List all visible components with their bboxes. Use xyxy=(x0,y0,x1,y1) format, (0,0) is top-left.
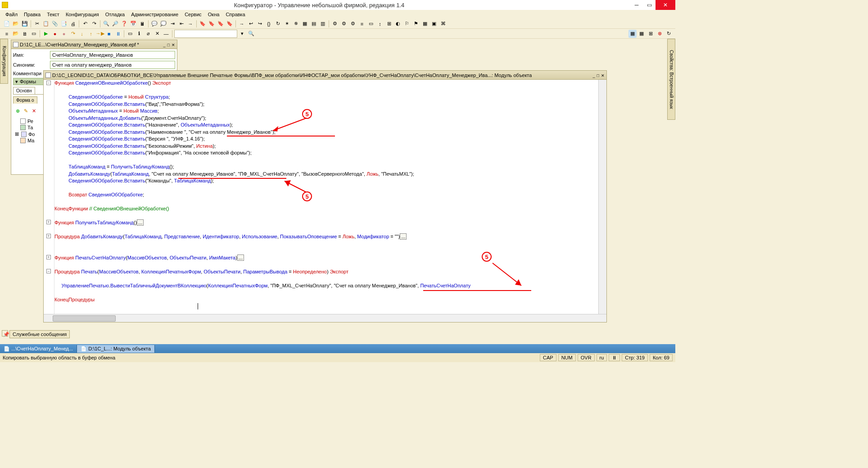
service-messages-button[interactable]: Служебные сообщения xyxy=(9,330,70,338)
menu-edit[interactable]: Правка xyxy=(21,11,43,18)
misc6-icon[interactable]: ⌘ xyxy=(439,20,447,28)
dbg-win-icon[interactable]: ▭ xyxy=(30,30,38,38)
syntax-assist-icon[interactable]: ✵ xyxy=(292,20,300,28)
menu-service[interactable]: Сервис xyxy=(182,11,204,18)
code-titlebar[interactable]: D:\1C_LEONID\1C_DATA\ОБРАБОТКИ_ВСЕ\Управ… xyxy=(44,71,606,80)
paste-icon[interactable]: 📎 xyxy=(51,20,59,28)
calc-icon[interactable]: 🖩 xyxy=(138,20,146,28)
fold-icon[interactable]: − xyxy=(46,269,51,273)
syntax-check-icon[interactable]: ✶ xyxy=(283,20,291,28)
prop-minimize-icon[interactable]: _ xyxy=(163,43,166,47)
group-icon[interactable]: ⊞ xyxy=(385,20,393,28)
search-input[interactable] xyxy=(174,30,237,38)
sort-icon[interactable]: ↕ xyxy=(376,20,384,28)
dbg-btn5-icon[interactable]: — xyxy=(162,30,170,38)
code-gutter[interactable]: − + + + − xyxy=(44,80,54,314)
search-icon[interactable]: 🔍 xyxy=(102,20,110,28)
help-icon[interactable]: ❓ xyxy=(120,20,128,28)
menu-help[interactable]: Справка xyxy=(223,11,248,18)
misc5-icon[interactable]: ▣ xyxy=(430,20,438,28)
bookmark-clear-icon[interactable]: 🔖 xyxy=(226,20,234,28)
dbg-btn2-icon[interactable]: ℹ xyxy=(135,30,143,38)
zoom-icon[interactable]: 🔎 xyxy=(111,20,119,28)
add-icon[interactable]: ⊕ xyxy=(14,107,21,114)
menu-text[interactable]: Текст xyxy=(44,11,62,18)
tab-form-object[interactable]: Форма о xyxy=(13,96,37,104)
tbr4-icon[interactable]: ⊗ xyxy=(656,30,664,38)
step-out-icon[interactable]: ↑ xyxy=(87,30,95,38)
name-input[interactable] xyxy=(50,51,175,59)
menu-windows[interactable]: Окна xyxy=(205,11,222,18)
menu-debug[interactable]: Отладка xyxy=(103,11,127,18)
bookmark-prev-icon[interactable]: 🔖 xyxy=(217,20,225,28)
refresh-icon[interactable]: ↻ xyxy=(274,20,282,28)
tbr2-icon[interactable]: ▦ xyxy=(637,30,646,38)
misc3-icon[interactable]: ⚑ xyxy=(412,20,420,28)
properties-titlebar[interactable]: D:\1С_LE...\СчетНаОплату_Менеджер_Иванов… xyxy=(11,40,177,49)
fold-icon[interactable]: + xyxy=(46,255,51,259)
step-over-icon[interactable]: ↷ xyxy=(69,30,77,38)
brace-icon[interactable]: {} xyxy=(265,20,273,28)
module-icon[interactable]: ▥ xyxy=(319,20,327,28)
dbg-btn3-icon[interactable]: ⌀ xyxy=(144,30,152,38)
search-go-icon[interactable]: 🔍 xyxy=(247,30,255,38)
print-icon[interactable]: 🖨 xyxy=(69,20,77,28)
pin-icon[interactable]: 📌 xyxy=(2,330,8,336)
edit-icon[interactable]: ✎ xyxy=(22,107,29,114)
indent2-icon[interactable]: → xyxy=(186,20,194,28)
prop-close-icon[interactable]: ✕ xyxy=(172,43,175,47)
open-icon[interactable]: 📂 xyxy=(12,20,20,28)
debug-config3-icon[interactable]: ⚙ xyxy=(349,20,357,28)
bookmark-next-icon[interactable]: 🔖 xyxy=(208,20,216,28)
pause-icon[interactable]: ⏸ xyxy=(114,30,122,38)
save-icon[interactable]: 💾 xyxy=(21,20,29,28)
goto-icon[interactable]: → xyxy=(238,20,246,28)
dbg-open-icon[interactable]: 📂 xyxy=(12,30,20,38)
fold-icon[interactable]: + xyxy=(46,220,51,224)
horizontal-scrollbar[interactable] xyxy=(44,314,606,322)
new-icon[interactable]: 📄 xyxy=(3,20,11,28)
code-maximize-icon[interactable]: □ xyxy=(597,73,599,78)
run-icon[interactable]: ▶ xyxy=(42,30,50,38)
copy-icon[interactable]: 📋 xyxy=(42,20,50,28)
prop-maximize-icon[interactable]: □ xyxy=(167,43,170,47)
misc2-icon[interactable]: ⚐ xyxy=(403,20,411,28)
vars-icon[interactable]: ▭ xyxy=(367,20,375,28)
misc4-icon[interactable]: ▦ xyxy=(421,20,429,28)
breakpoint-icon[interactable]: ● xyxy=(51,30,59,38)
misc-icon[interactable]: ◐ xyxy=(394,20,402,28)
delete-icon[interactable]: ✕ xyxy=(30,107,37,114)
menu-file[interactable]: Файл xyxy=(3,11,20,18)
outdent-icon[interactable]: ⇤ xyxy=(177,20,185,28)
tbr3-icon[interactable]: ⊞ xyxy=(646,30,655,38)
cut-icon[interactable]: ✂ xyxy=(33,20,41,28)
tbr1-icon[interactable]: ▦ xyxy=(628,30,637,38)
forward-icon[interactable]: ↪ xyxy=(256,20,264,28)
breakpoint2-icon[interactable]: ● xyxy=(60,30,68,38)
debug-config2-icon[interactable]: ⚙ xyxy=(340,20,348,28)
tbr5-icon[interactable]: ↻ xyxy=(665,30,673,38)
debug-config-icon[interactable]: ⚙ xyxy=(331,20,339,28)
redo-icon[interactable]: ↷ xyxy=(90,20,98,28)
stop-icon[interactable]: ■ xyxy=(105,30,113,38)
maximize-button[interactable]: ▭ xyxy=(643,0,656,10)
format-icon[interactable]: ▤ xyxy=(310,20,318,28)
synonym-input[interactable] xyxy=(50,61,175,69)
dbg-list-icon[interactable]: ≡ xyxy=(3,30,11,38)
menu-configuration[interactable]: Конфигурация xyxy=(63,11,102,18)
dbg-btn1-icon[interactable]: ▭ xyxy=(126,30,134,38)
fold-icon[interactable]: − xyxy=(46,81,51,85)
window-tab-2[interactable]: 📄D:\1С_L...: Модуль объекта xyxy=(77,345,155,353)
sidebar-tab-properties[interactable]: Свойства: Встроенный язык xyxy=(667,39,675,120)
comment-icon[interactable]: 💬 xyxy=(150,20,158,28)
undo-icon[interactable]: ↶ xyxy=(81,20,89,28)
compare-icon[interactable]: 📑 xyxy=(60,20,68,28)
search-dropdown-icon[interactable]: ▾ xyxy=(238,30,246,38)
code-minimize-icon[interactable]: _ xyxy=(593,73,595,78)
stack-icon[interactable]: ≡ xyxy=(358,20,366,28)
bookmark-icon[interactable]: 🔖 xyxy=(199,20,207,28)
menu-admin[interactable]: Администрирование xyxy=(128,11,181,18)
template-icon[interactable]: ▦ xyxy=(301,20,309,28)
uncomment-icon[interactable]: 💭 xyxy=(159,20,167,28)
dbg-save-icon[interactable]: 🗎 xyxy=(21,30,29,38)
